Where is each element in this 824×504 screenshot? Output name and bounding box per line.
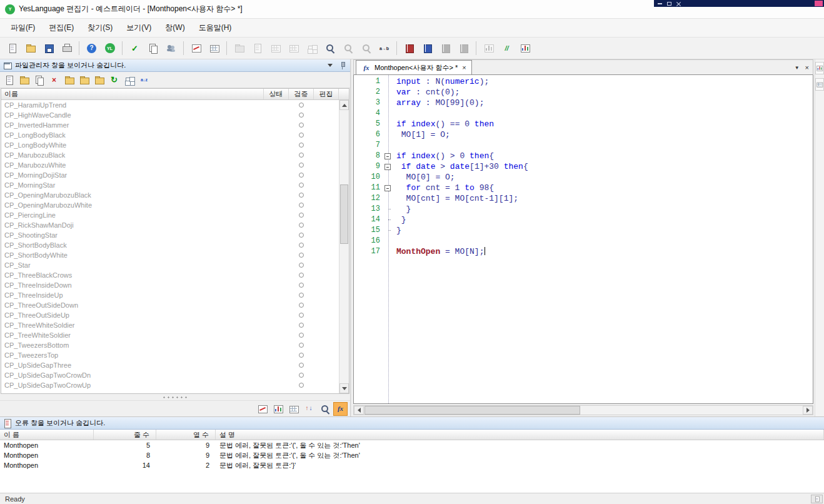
code-line[interactable]: 5if index() == 0 then: [354, 119, 813, 129]
file-list-item[interactable]: CP_MorningDojiStar: [1, 170, 349, 180]
tab-bar-close-icon[interactable]: ×: [805, 64, 809, 71]
column-header-1[interactable]: 상태: [264, 89, 289, 99]
file-list-item[interactable]: CP_UpSideGapThree: [1, 360, 349, 370]
error-column-header-0[interactable]: 이 름: [0, 430, 94, 440]
error-column-header-3[interactable]: 설 명: [216, 430, 824, 440]
code-line[interactable]: 7: [354, 140, 813, 151]
refresh-list-button[interactable]: ↻: [107, 73, 121, 87]
error-column-header-1[interactable]: 줄 수: [94, 430, 156, 440]
code-line[interactable]: 9 if date > date[1]+30 then{: [354, 161, 813, 172]
delete-formula-button[interactable]: ×: [47, 73, 61, 87]
column-header-2[interactable]: 검증: [289, 89, 314, 99]
fold-toggle-icon[interactable]: [384, 161, 393, 172]
scroll-left-button[interactable]: [354, 406, 364, 415]
replace-text-button[interactable]: a→b: [376, 40, 393, 57]
scroll-right-button[interactable]: [803, 406, 813, 415]
file-list-item[interactable]: CP_ShortBodyBlack: [1, 240, 349, 250]
histogram-tool-button[interactable]: [516, 40, 533, 57]
code-line[interactable]: 1input : N(numeric);: [354, 76, 813, 87]
file-list-item[interactable]: CP_InvertedHammer: [1, 120, 349, 130]
find-text-button[interactable]: [321, 40, 338, 57]
code-line[interactable]: 16: [354, 236, 813, 246]
copy-formula-button[interactable]: [32, 73, 46, 87]
code-line[interactable]: 8if index() > 0 then{: [354, 151, 813, 161]
file-list-item[interactable]: CP_RickShawManDoji: [1, 220, 349, 230]
minimize-icon[interactable]: [658, 3, 662, 4]
menu-file[interactable]: 파일(F): [4, 19, 42, 37]
menu-help[interactable]: 도움말(H): [192, 19, 239, 37]
hscrollbar-thumb[interactable]: [364, 406, 580, 415]
file-list-item[interactable]: CP_ThreeInsideDown: [1, 280, 349, 290]
file-list-item[interactable]: CP_MarubozuBlack: [1, 150, 349, 160]
column-header-0[interactable]: 이름: [1, 89, 264, 99]
code-editor[interactable]: 1input : N(numeric);2var : cnt(0);3array…: [353, 75, 813, 404]
function-manual-button[interactable]: [401, 40, 418, 57]
error-row[interactable]: Monthopen142문법 에러, 잘못된 토큰:'}': [0, 460, 824, 470]
folder-function-button[interactable]: [92, 73, 106, 87]
file-list-item[interactable]: CP_TweezersTop: [1, 350, 349, 360]
file-list-item[interactable]: CP_ThreeOutSideUp: [1, 310, 349, 320]
code-line[interactable]: 6 MO[1] = O;: [354, 129, 813, 140]
save-file-button[interactable]: [40, 40, 57, 57]
file-list-item[interactable]: CP_ThreeBlackCrows: [1, 270, 349, 280]
code-line[interactable]: 14 }: [354, 214, 813, 225]
file-list-item[interactable]: CP_LongBodyWhite: [1, 140, 349, 150]
file-list-item[interactable]: CP_TweezersBottom: [1, 340, 349, 350]
syntax-check-button[interactable]: ✓: [126, 40, 143, 57]
report-table-button[interactable]: [206, 40, 223, 57]
search-function-button[interactable]: [163, 40, 179, 57]
order-window-button[interactable]: [286, 402, 301, 416]
file-list-item[interactable]: CP_HaramiUpTrend: [1, 100, 349, 110]
error-row[interactable]: Monthopen89문법 에러, 잘못된 토큰:'(', 올 수 있는 것:'…: [0, 450, 824, 460]
scroll-up-button[interactable]: [339, 100, 349, 110]
code-line[interactable]: 15}: [354, 225, 813, 236]
verify-formula-button[interactable]: [144, 40, 161, 57]
open-file-button[interactable]: [22, 40, 39, 57]
function-window-button[interactable]: fx: [333, 402, 348, 416]
file-list-item[interactable]: CP_HighWaveCandle: [1, 110, 349, 120]
menu-edit[interactable]: 편집(E): [42, 19, 81, 37]
search-window-button[interactable]: [318, 402, 332, 416]
new-formula-button[interactable]: [2, 73, 16, 87]
close-icon[interactable]: [676, 1, 681, 6]
performance-report-button[interactable]: [188, 40, 204, 57]
column-header-3[interactable]: 편집: [314, 89, 339, 99]
file-list-item[interactable]: CP_MarubozuWhite: [1, 160, 349, 170]
view-detail-button[interactable]: [122, 73, 136, 87]
file-list-item[interactable]: CP_MorningStar: [1, 180, 349, 190]
code-line[interactable]: 12 MO[cnt] = MO[cnt-1][1];: [354, 193, 813, 204]
editor-hscrollbar[interactable]: [353, 405, 813, 415]
file-list-item[interactable]: CP_TreeWhiteSoldier: [1, 330, 349, 340]
code-line[interactable]: 2var : cnt(0);: [354, 87, 813, 98]
file-list-item[interactable]: CP_PiercingLine: [1, 210, 349, 220]
panel-menu-button[interactable]: [325, 61, 335, 71]
file-list-item[interactable]: CP_ShortBodyWhite: [1, 250, 349, 260]
tab-close-icon[interactable]: ×: [461, 64, 466, 71]
code-line[interactable]: 3array : MO[99](0);: [354, 98, 813, 108]
sort-window-button[interactable]: [302, 402, 316, 416]
code-line[interactable]: 10 MO[0] = O;: [354, 172, 813, 183]
yeslanguage-info-button[interactable]: YL: [101, 40, 118, 57]
file-list-item[interactable]: CP_UpSideGapTwoCrowDn: [1, 370, 349, 380]
strategy-window-button[interactable]: [271, 402, 285, 416]
scrollbar-thumb[interactable]: [340, 184, 348, 244]
open-formula-button[interactable]: [17, 73, 31, 87]
docked-chart-tab-button[interactable]: [815, 62, 824, 74]
menu-view[interactable]: 보기(V): [119, 19, 158, 37]
code-line[interactable]: 17MonthOpen = MO[N];: [354, 246, 813, 257]
scroll-down-button[interactable]: [339, 383, 349, 393]
menu-find[interactable]: 찾기(S): [81, 19, 119, 37]
file-list-item[interactable]: CP_OpeningMarubozuWhite: [1, 200, 349, 210]
folder-strategy-button[interactable]: [77, 73, 91, 87]
panel-pin-button[interactable]: [338, 61, 348, 71]
formula-manual-button[interactable]: [419, 40, 436, 57]
help-button[interactable]: ?: [83, 40, 100, 57]
file-list-scrollbar[interactable]: [339, 100, 349, 393]
file-list-item[interactable]: CP_LongBodyBlack: [1, 130, 349, 140]
maximize-icon[interactable]: [667, 2, 671, 6]
code-line[interactable]: 4: [354, 108, 813, 119]
file-list-item[interactable]: CP_ShootingStar: [1, 230, 349, 240]
code-line[interactable]: 11 for cnt = 1 to 98{: [354, 183, 813, 193]
horizontal-splitter[interactable]: [0, 394, 350, 400]
fold-toggle-icon[interactable]: [384, 151, 393, 161]
